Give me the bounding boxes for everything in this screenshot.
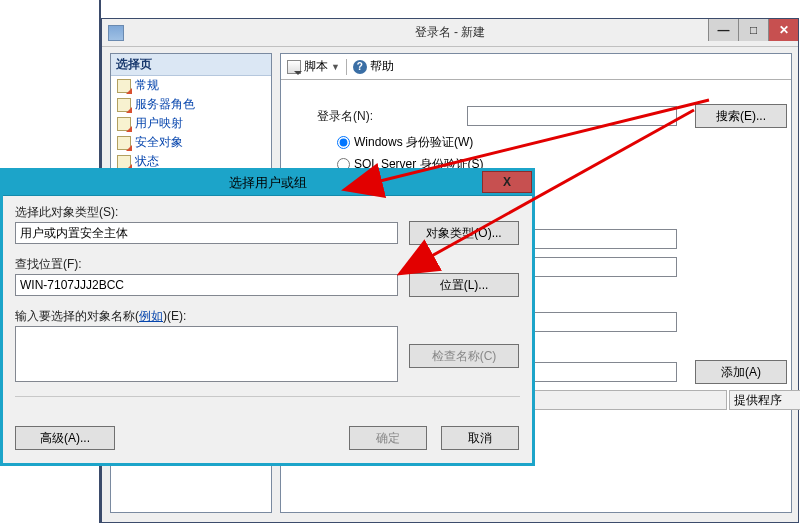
ok-button[interactable]: 确定 (349, 426, 427, 450)
script-label: 脚本 (304, 58, 328, 75)
search-button[interactable]: 搜索(E)... (695, 104, 787, 128)
cancel-button[interactable]: 取消 (441, 426, 519, 450)
select-user-or-group-dialog: 选择用户或组 X 选择此对象类型(S): 对象类型(O)... 查找位置(F):… (0, 168, 535, 466)
sidebar-item-label: 服务器角色 (135, 96, 195, 113)
main-titlebar: 登录名 - 新建 — □ ✕ (102, 19, 798, 47)
location-label: 查找位置(F): (15, 256, 82, 273)
window-controls: — □ ✕ (708, 19, 798, 41)
object-type-label: 选择此对象类型(S): (15, 204, 118, 221)
provider-column-header: 提供程序 (729, 390, 800, 410)
dialog-title: 选择用户或组 (229, 174, 307, 192)
object-names-label: 输入要选择的对象名称(例如)(E): (15, 308, 186, 325)
sidebar-item-securables[interactable]: 安全对象 (111, 133, 271, 152)
login-name-input[interactable] (467, 106, 677, 126)
close-button[interactable]: ✕ (768, 19, 798, 41)
sidebar-item-general[interactable]: 常规 (111, 76, 271, 95)
object-names-input[interactable] (15, 326, 398, 382)
app-icon (108, 25, 124, 41)
check-names-button[interactable]: 检查名称(C) (409, 344, 519, 368)
dialog-body: 选择此对象类型(S): 对象类型(O)... 查找位置(F): 位置(L)...… (3, 196, 532, 463)
page-icon (117, 79, 131, 93)
help-label: 帮助 (370, 58, 394, 75)
help-button[interactable]: ? 帮助 (353, 58, 394, 75)
sidebar-item-server-roles[interactable]: 服务器角色 (111, 95, 271, 114)
maximize-button[interactable]: □ (738, 19, 768, 41)
page-icon (117, 136, 131, 150)
sidebar-item-label: 安全对象 (135, 134, 183, 151)
script-icon (287, 60, 301, 74)
minimize-button[interactable]: — (708, 19, 738, 41)
window-title: 登录名 - 新建 (415, 24, 486, 41)
location-field (15, 274, 398, 296)
page-icon (117, 98, 131, 112)
script-button[interactable]: 脚本 ▼ (287, 58, 340, 75)
windows-auth-radio-row: Windows 身份验证(W) (317, 134, 473, 151)
dropdown-icon: ▼ (331, 62, 340, 72)
advanced-button[interactable]: 高级(A)... (15, 426, 115, 450)
object-type-field (15, 222, 398, 244)
locations-button[interactable]: 位置(L)... (409, 273, 519, 297)
dialog-separator (15, 396, 520, 397)
sidebar-item-label: 用户映射 (135, 115, 183, 132)
add-button[interactable]: 添加(A) (695, 360, 787, 384)
sidebar-item-user-mapping[interactable]: 用户映射 (111, 114, 271, 133)
page-icon (117, 155, 131, 169)
sidebar-header: 选择页 (111, 54, 271, 76)
page-icon (117, 117, 131, 131)
content-toolbar: 脚本 ▼ ? 帮助 (281, 54, 791, 80)
dialog-titlebar: 选择用户或组 X (3, 171, 532, 196)
dialog-close-button[interactable]: X (482, 171, 532, 193)
login-name-label: 登录名(N): (317, 108, 467, 125)
windows-auth-label: Windows 身份验证(W) (354, 134, 473, 151)
login-name-row: 登录名(N): (317, 106, 677, 126)
example-link[interactable]: 例如 (139, 309, 163, 323)
object-types-button[interactable]: 对象类型(O)... (409, 221, 519, 245)
windows-auth-radio[interactable] (337, 136, 350, 149)
sidebar-item-label: 常规 (135, 77, 159, 94)
toolbar-separator (346, 59, 347, 75)
help-icon: ? (353, 60, 367, 74)
